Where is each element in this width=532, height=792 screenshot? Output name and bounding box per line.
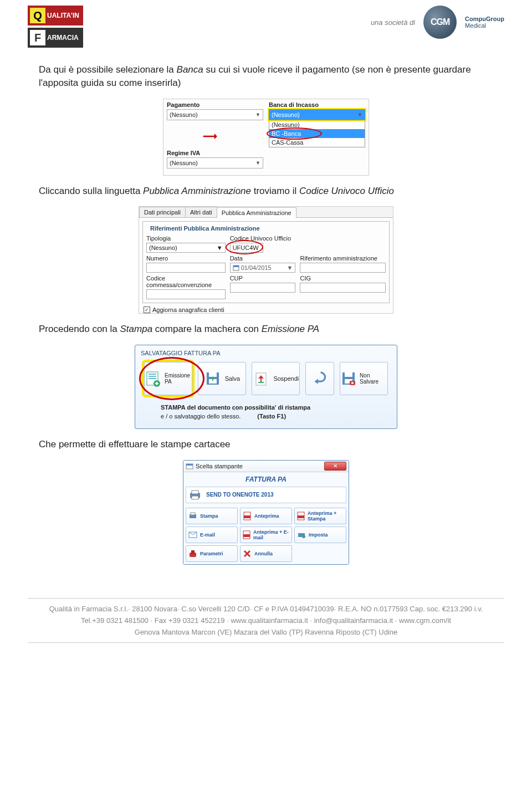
save-icon (204, 370, 222, 387)
undo-arrow-icon (311, 370, 329, 387)
svg-rect-19 (192, 490, 198, 494)
tipologia-combo[interactable]: (Nessuno)▼ (146, 243, 226, 253)
logo-f-letter: F (30, 30, 45, 45)
societa-label: una società di (371, 18, 415, 27)
stampa-sub: e / o salvataggio dello stesso.(Tasto F1… (139, 412, 393, 425)
data-label: Data (230, 255, 296, 262)
pdf-icon (243, 512, 252, 520)
svg-rect-20 (192, 496, 198, 499)
cgm-logo-icon: CGM (423, 6, 457, 39)
logo-q-text: UALITA'IN (47, 12, 79, 19)
window-icon (186, 462, 193, 470)
data-input[interactable]: 01/04/2015 ▼ (230, 263, 296, 273)
banca-label: Banca di Incasso (269, 101, 365, 108)
svg-rect-17 (186, 464, 193, 466)
imposta-button[interactable]: Imposta (294, 527, 346, 543)
stampa-description: STAMPA del documento con possibilita' di… (139, 401, 393, 412)
paragraph-stampa: Procedendo con la Stampa compare la mach… (0, 318, 532, 340)
logo-f-text: ARMACIA (47, 34, 79, 42)
chevron-down-icon: ▼ (255, 158, 260, 168)
close-button[interactable]: ✕ (324, 462, 346, 471)
pagamento-label: Pagamento (167, 101, 263, 108)
paragraph-pa: Cliccando sulla linguetta Pubblica Ammin… (0, 180, 532, 202)
riferimento-amm-input[interactable] (300, 263, 386, 273)
footer-line-2: Tel.+39 0321 481500 · Fax +39 0321 45221… (28, 615, 504, 626)
parametri-button[interactable]: Parametri (186, 545, 238, 562)
svg-rect-1 (233, 265, 239, 267)
annotation-arrow-icon: ⟶ (203, 130, 217, 142)
page-footer: Qualità in Farmacia S.r.l.· 28100 Novara… (0, 598, 532, 664)
fattura-pa-heading: FATTURA PA (186, 474, 346, 484)
salva-button[interactable]: Salva (198, 362, 246, 395)
paragraph-banca: Da qui è possibile selezionare la Banca … (0, 59, 532, 94)
settings-printer-icon (297, 530, 306, 539)
tab-dati-principali[interactable]: Dati principali (139, 207, 186, 217)
email-button[interactable]: E-mail (186, 527, 238, 543)
tab-pubblica-amministrazione[interactable]: Pubblica Amministrazione (217, 207, 296, 218)
annulla-button[interactable]: Annulla (240, 545, 292, 562)
banca-opt-nessuno[interactable]: (Nessuno) (269, 120, 365, 129)
riferimento-amm-label: Riferimento amministrazione (300, 255, 386, 262)
calendar-icon (233, 264, 239, 271)
suspend-icon (252, 370, 270, 387)
tab-altri-dati[interactable]: Altri dati (185, 207, 217, 217)
save-cancel-icon (340, 370, 356, 387)
cup-label: CUP (230, 275, 296, 282)
banca-incasso-combo[interactable]: (Nessuno)▼ (269, 109, 365, 120)
svg-rect-22 (191, 513, 195, 515)
commessa-input[interactable] (146, 289, 226, 299)
regime-iva-label: Regime IVA (167, 150, 263, 156)
tools-icon (188, 549, 197, 558)
cancel-icon (243, 549, 252, 558)
printer-select-row[interactable]: SEND TO ONENOTE 2013 (186, 487, 346, 503)
page-header: Q UALITA'IN F ARMACIA una società di CGM… (0, 0, 532, 59)
pdf-mail-icon (243, 530, 250, 539)
commessa-label: Codice commessa/convenzione (146, 275, 226, 288)
regime-iva-combo[interactable]: (Nessuno)▼ (167, 157, 263, 168)
aggiorna-checkbox[interactable]: ✓ Aggiorna anagrafica clienti (144, 306, 393, 313)
cgm-brand-text: CompuGroupMedical (465, 16, 504, 29)
anteprima-button[interactable]: Anteprima (240, 508, 292, 524)
anteprima-email-button[interactable]: Anteprima + E-mail (240, 527, 292, 543)
pagamento-combo[interactable]: (Nessuno)▼ (167, 109, 263, 120)
pdf-print-icon (297, 512, 305, 520)
svg-rect-26 (298, 515, 304, 518)
tipologia-label: Tipologia (146, 235, 226, 242)
printer-icon (188, 489, 202, 500)
logo-qualita-farmacia: Q UALITA'IN F ARMACIA (28, 6, 83, 48)
sospendi-button[interactable]: Sospendi (252, 362, 300, 395)
annotation-circle-icon (139, 357, 204, 400)
back-button[interactable] (305, 362, 334, 395)
emissione-pa-button[interactable]: Emissione PA (144, 362, 192, 395)
banca-dropdown: (Nessuno) BC -Banca ⟶ CAS-Cassa (269, 120, 365, 147)
svg-rect-29 (243, 534, 250, 537)
banca-opt-bc[interactable]: BC -Banca ⟶ (269, 129, 365, 138)
numero-label: Numero (146, 255, 226, 262)
panel-pagamento-banca: Pagamento (Nessuno)▼ Banca di Incasso (N… (163, 99, 369, 176)
anteprima-stampa-button[interactable]: Anteprima + Stampa (294, 508, 346, 524)
banca-opt-cas[interactable]: CAS-Cassa (269, 138, 365, 147)
chevron-down-icon: ▼ (217, 243, 223, 252)
svg-rect-24 (244, 515, 250, 518)
footer-line-1: Qualità in Farmacia S.r.l.· 28100 Novara… (28, 603, 504, 615)
numero-input[interactable] (146, 263, 226, 273)
svg-rect-11 (258, 382, 264, 383)
paragraph-cartacee: Che permette di effettuare le stampe car… (0, 433, 532, 456)
mail-icon (188, 530, 197, 539)
window-title: Scelta stampante (196, 463, 243, 469)
footer-cities: Genova Mantova Marcon (VE) Mazara del Va… (28, 626, 504, 638)
cig-label: CIG (300, 275, 386, 282)
svg-point-31 (302, 535, 305, 538)
chevron-down-icon: ▼ (255, 110, 260, 120)
svg-rect-33 (191, 550, 195, 554)
fieldset-legend: Riferimenti Pubblica Amministrazione (149, 225, 262, 232)
panel-scelta-stampante: Scelta stampante ✕ FATTURA PA SEND TO ON… (183, 460, 349, 565)
stampa-button[interactable]: Stampa (186, 508, 238, 524)
svg-rect-8 (209, 372, 217, 377)
panel-pubblica-amministrazione: Dati principali Altri dati Pubblica Ammi… (139, 206, 393, 314)
cup-input[interactable] (230, 283, 296, 293)
cig-input[interactable] (300, 283, 386, 293)
svg-rect-13 (345, 372, 352, 377)
panel-salvataggio-fattura: SALVATAGGIO FATTURA PA Emissione PA Salv… (135, 345, 397, 429)
non-salvare-button[interactable]: Non Salvare (340, 362, 388, 395)
